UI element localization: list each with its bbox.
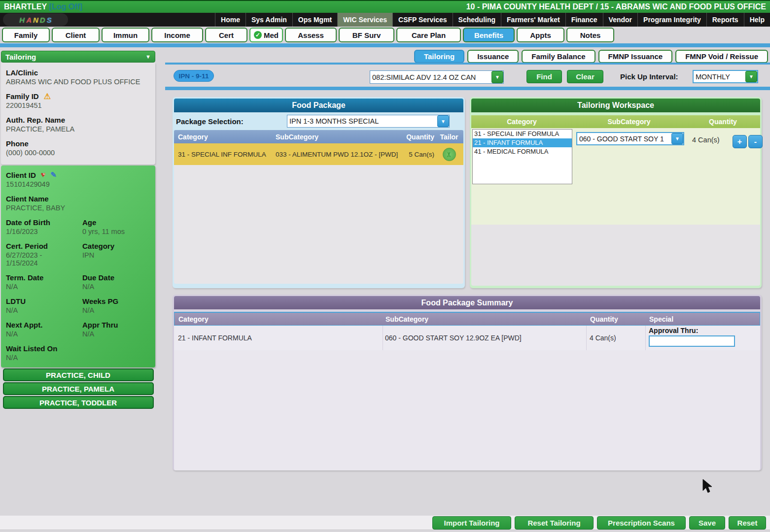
category-listbox[interactable]: 31 - SPECIAL INF FORMULA 21 - INFANT FOR… bbox=[472, 129, 572, 184]
dropdown-arrow-icon[interactable]: ▼ bbox=[437, 115, 449, 127]
edit-pencil-icon[interactable]: ✎ bbox=[50, 170, 57, 179]
food-package-title: Food Package bbox=[174, 99, 463, 112]
dropdown-arrow-icon[interactable]: ▼ bbox=[745, 71, 757, 82]
import-tailoring-button[interactable]: Import Tailoring bbox=[432, 516, 511, 530]
tab-client[interactable]: Client bbox=[52, 28, 100, 42]
tab-bf-surv[interactable]: BF Surv bbox=[339, 28, 394, 42]
pickup-interval-value: MONTHLY bbox=[694, 73, 732, 81]
nav-home[interactable]: Home bbox=[215, 13, 245, 27]
family-id-label: Family ID bbox=[6, 92, 39, 100]
tab-income[interactable]: Income bbox=[151, 28, 203, 42]
food-item-dropdown[interactable]: 082:SIMILAC ADV 12.4 OZ CAN ▼ bbox=[370, 70, 504, 84]
category-option[interactable]: 41 - MEDICAL FORMULA bbox=[473, 147, 572, 156]
subtab-issuance[interactable]: Issuance bbox=[467, 50, 519, 63]
food-package-summary-panel: Food Package Summary Category SubCategor… bbox=[173, 295, 762, 470]
row-category: 31 - SPECIAL INF FORMULA bbox=[174, 150, 273, 159]
main-nav: H A N D S Home Sys Admin Ops Mgmt WIC Se… bbox=[0, 13, 770, 27]
warning-icon[interactable]: ⚠ bbox=[44, 93, 51, 100]
column-quantity: Quantity bbox=[587, 315, 646, 323]
nav-wic-services[interactable]: WIC Services bbox=[337, 13, 392, 27]
next-appt-field: Next Appt. N/A bbox=[6, 321, 82, 338]
logo-letter: D bbox=[40, 16, 45, 24]
pickup-interval-dropdown[interactable]: MONTHLY ▼ bbox=[693, 70, 758, 83]
find-button[interactable]: Find bbox=[526, 70, 562, 83]
subtab-fmnp-void-reissue[interactable]: FMNP Void / Reissue bbox=[675, 50, 768, 63]
dob-value: 1/16/2023 bbox=[6, 228, 82, 235]
family-member-button[interactable]: PRACTICE, PAMELA bbox=[3, 382, 154, 395]
ldtu-value: N/A bbox=[6, 306, 82, 314]
save-button[interactable]: Save bbox=[689, 516, 725, 530]
family-id-field: Family ID ⚠ 220019451 bbox=[6, 92, 150, 109]
approval-thru-label: Approval Thru: bbox=[649, 327, 698, 334]
tailor-scissors-button[interactable]: ✂ bbox=[443, 148, 456, 161]
term-date-field: Term. Date N/A bbox=[6, 273, 82, 291]
prescription-scans-button[interactable]: Prescription Scans bbox=[597, 516, 686, 530]
food-package-row[interactable]: 31 - SPECIAL INF FORMULA 033 - ALIMENTUM… bbox=[174, 143, 463, 165]
client-name-field: Client Name PRACTICE, BABY bbox=[6, 195, 150, 212]
subtab-tailoring[interactable]: Tailoring bbox=[414, 50, 464, 63]
hands-logo: H A N D S bbox=[3, 13, 68, 26]
la-clinic-field: LA/Clinic ABRAMS WIC AND FOOD PLUS OFFIC… bbox=[6, 68, 150, 86]
client-id-value: 15101429049 bbox=[6, 180, 150, 188]
chevron-down-icon[interactable]: ▼ bbox=[145, 54, 151, 60]
medical-heart-icon[interactable]: ♥+ bbox=[41, 171, 46, 179]
tab-appts[interactable]: Appts bbox=[517, 28, 564, 42]
logoff-link[interactable]: [Log Off] bbox=[49, 2, 83, 11]
tab-med[interactable]: ✓ Med bbox=[249, 28, 283, 42]
sidebar-header[interactable]: Tailoring ▼ bbox=[1, 51, 155, 63]
nav-help[interactable]: Help bbox=[744, 13, 770, 27]
term-date-value: N/A bbox=[6, 283, 82, 291]
tab-cert[interactable]: Cert bbox=[205, 28, 247, 42]
nav-csfp-services[interactable]: CSFP Services bbox=[392, 13, 453, 27]
client-tab-row: Family Client Immun Income Cert ✓ Med As… bbox=[0, 28, 770, 44]
category-option[interactable]: 31 - SPECIAL INF FORMULA bbox=[473, 130, 572, 138]
nav-finance[interactable]: Finance bbox=[565, 13, 603, 27]
nav-reports[interactable]: Reports bbox=[706, 13, 744, 27]
clear-button[interactable]: Clear bbox=[567, 70, 603, 83]
tab-assess[interactable]: Assess bbox=[285, 28, 337, 42]
logo-letter: H bbox=[19, 16, 25, 24]
nav-program-integrity[interactable]: Program Integrity bbox=[637, 13, 706, 27]
subcategory-dropdown[interactable]: 060 - GOOD START SOY 1 ▼ bbox=[576, 132, 684, 145]
family-member-button[interactable]: PRACTICE, CHILD bbox=[3, 368, 154, 381]
subtab-fmnp-issuance[interactable]: FMNP Issuance bbox=[598, 50, 673, 63]
tab-immun[interactable]: Immun bbox=[102, 28, 149, 42]
tailoring-workspace-panel: Tailoring Workspace Category SubCategory… bbox=[470, 97, 762, 288]
category-field: Category IPN bbox=[82, 242, 150, 267]
quantity-plus-button[interactable]: + bbox=[733, 135, 747, 148]
quantity-minus-button[interactable]: - bbox=[748, 135, 763, 148]
row-quantity: 4 Can(s) bbox=[587, 326, 646, 350]
approval-thru-input[interactable] bbox=[649, 335, 735, 347]
column-tailor: Tailor bbox=[436, 133, 462, 141]
food-package-table-header: Category SubCategory Quantity Tailor bbox=[174, 130, 463, 143]
family-member-button[interactable]: PRACTICE, TODDLER bbox=[3, 396, 154, 409]
tab-benefits[interactable]: Benefits bbox=[463, 28, 515, 42]
scissors-icon: ✂ bbox=[445, 151, 454, 158]
ldtu-field: LDTU N/A bbox=[6, 297, 82, 314]
nav-sys-admin[interactable]: Sys Admin bbox=[245, 13, 292, 27]
tab-notes[interactable]: Notes bbox=[566, 28, 614, 42]
ldtu-label: LDTU bbox=[6, 297, 82, 305]
tailoring-workspace-title: Tailoring Workspace bbox=[471, 99, 760, 112]
subtab-family-balance[interactable]: Family Balance bbox=[522, 50, 595, 63]
subcategory-dropdown-value: 060 - GOOD START SOY 1 bbox=[577, 135, 666, 143]
nav-vendor[interactable]: Vendor bbox=[603, 13, 637, 27]
reset-button[interactable]: Reset bbox=[729, 516, 766, 530]
appt-appr-row: Next Appt. N/A Appr Thru N/A bbox=[6, 321, 150, 344]
package-selection-row: Package Selection: IPN 1-3 MONTHS SPECIA… bbox=[174, 112, 463, 130]
appr-thru-field: Appr Thru N/A bbox=[82, 321, 150, 338]
nav-farmers-market[interactable]: Farmers' Market bbox=[501, 13, 565, 27]
nav-scheduling[interactable]: Scheduling bbox=[453, 13, 501, 27]
tab-care-plan[interactable]: Care Plan bbox=[396, 28, 461, 42]
category-option-selected[interactable]: 21 - INFANT FORMULA bbox=[473, 138, 572, 147]
package-selection-dropdown[interactable]: IPN 1-3 MONTHS SPECIAL ▼ bbox=[287, 115, 450, 128]
reset-tailoring-button[interactable]: Reset Tailoring bbox=[515, 516, 594, 530]
summary-row[interactable]: 21 - INFANT FORMULA 060 - GOOD START SOY… bbox=[174, 326, 760, 350]
nav-ops-mgmt[interactable]: Ops Mgmt bbox=[292, 13, 337, 27]
tab-family[interactable]: Family bbox=[2, 28, 50, 42]
dropdown-arrow-icon[interactable]: ▼ bbox=[491, 71, 503, 83]
workspace-quantity: 4 Can(s) bbox=[692, 136, 720, 144]
weeks-pg-value: N/A bbox=[82, 306, 150, 314]
dropdown-arrow-icon[interactable]: ▼ bbox=[671, 133, 683, 144]
appr-thru-label: Appr Thru bbox=[82, 321, 150, 329]
